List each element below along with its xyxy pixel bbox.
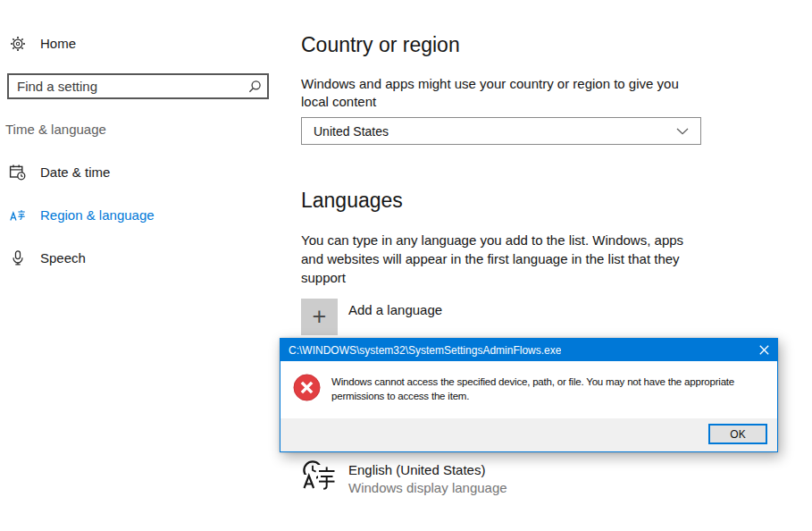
translate-icon <box>9 206 26 223</box>
languages-description: You can type in any language you add to … <box>301 231 707 287</box>
dialog-titlebar[interactable]: C:\WINDOWS\system32\SystemSettingsAdminF… <box>280 339 777 361</box>
chevron-down-icon <box>676 128 689 135</box>
home-label: Home <box>40 36 76 51</box>
sidebar-item-label: Speech <box>40 250 86 266</box>
gear-icon <box>9 35 26 52</box>
sidebar-item-date-time[interactable]: Date & time <box>9 164 110 181</box>
search-box[interactable] <box>7 73 269 99</box>
sidebar-item-home[interactable]: Home <box>9 35 76 52</box>
languages-title: Languages <box>301 189 403 213</box>
calendar-clock-icon <box>9 164 26 181</box>
sidebar-item-label: Date & time <box>40 164 110 180</box>
country-region-description: Windows and apps might use your country … <box>301 75 703 111</box>
search-icon[interactable] <box>242 80 267 94</box>
error-circle-icon <box>293 374 321 401</box>
plus-icon: + <box>313 305 327 329</box>
dialog-message: Windows cannot access the specified devi… <box>331 375 768 418</box>
sidebar-item-region-language[interactable]: Region & language <box>9 206 155 223</box>
country-dropdown[interactable]: United States <box>301 117 701 145</box>
microphone-icon <box>9 249 26 266</box>
dialog-footer: OK <box>280 418 777 451</box>
language-item-name[interactable]: English (United States) <box>348 462 485 477</box>
ok-button[interactable]: OK <box>708 424 767 444</box>
add-language-label[interactable]: Add a language <box>348 302 442 317</box>
dialog-title: C:\WINDOWS\system32\SystemSettingsAdminF… <box>289 344 561 357</box>
sidebar-item-label: Region & language <box>40 207 155 223</box>
language-item-status: Windows display language <box>348 480 507 495</box>
close-icon[interactable] <box>750 339 777 361</box>
country-dropdown-value: United States <box>314 124 389 139</box>
sidebar-section-time-language: Time & language <box>5 122 106 137</box>
dialog-body: Windows cannot access the specified devi… <box>280 361 777 418</box>
add-language-button[interactable]: + <box>301 299 338 335</box>
search-input[interactable] <box>9 79 242 94</box>
country-region-title: Country or region <box>301 33 460 57</box>
sidebar-item-speech[interactable]: Speech <box>9 249 86 266</box>
clock-translate-icon <box>301 459 337 498</box>
error-dialog: C:\WINDOWS\system32\SystemSettingsAdminF… <box>280 338 778 452</box>
